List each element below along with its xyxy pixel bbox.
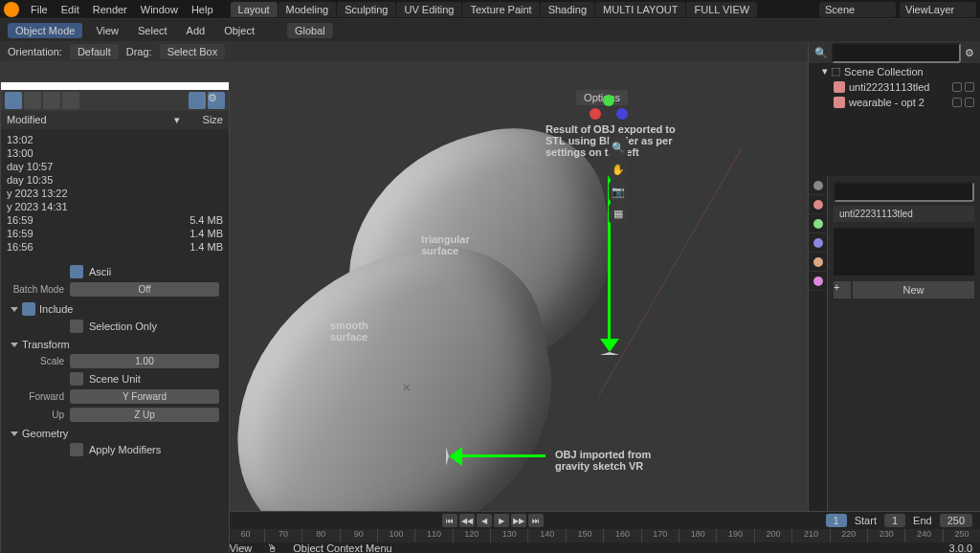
geometry-section[interactable]: Geometry xyxy=(22,428,68,439)
ascii-checkbox[interactable] xyxy=(70,265,83,278)
next-key-icon[interactable]: ▶▶ xyxy=(511,514,526,527)
dialog-titlebar[interactable] xyxy=(1,82,229,90)
filter-icon[interactable]: ⚙ xyxy=(965,47,974,59)
viewlayer-selector[interactable]: ViewLayer xyxy=(900,2,976,17)
col-size[interactable]: Size xyxy=(203,114,223,126)
eye-icon[interactable] xyxy=(952,82,962,92)
view-menu[interactable]: View xyxy=(90,23,124,38)
end-frame[interactable]: 250 xyxy=(940,514,972,527)
add-menu[interactable]: Add xyxy=(181,23,212,38)
nav-gizmo[interactable] xyxy=(590,95,628,133)
ptab-world[interactable] xyxy=(809,253,828,272)
skip-end-icon[interactable]: ⏭ xyxy=(528,514,544,527)
menu-edit[interactable]: Edit xyxy=(56,2,85,17)
ptab-obj[interactable] xyxy=(809,272,828,291)
ws-sculpting[interactable]: Sculpting xyxy=(337,2,395,17)
pan-icon[interactable]: ✋ xyxy=(609,160,628,179)
props-obj[interactable]: unti22231113tled xyxy=(834,206,974,222)
scene-selector[interactable]: Scene xyxy=(819,2,896,17)
batch-mode[interactable]: Off xyxy=(70,282,219,297)
workspace-tabs: Layout Modeling Sculpting UV Editing Tex… xyxy=(231,2,758,17)
menu-render[interactable]: Render xyxy=(87,2,133,17)
sceneunit-checkbox[interactable] xyxy=(70,372,83,386)
persp-icon[interactable]: ▦ xyxy=(609,204,628,223)
up-field[interactable]: Z Up xyxy=(70,408,219,422)
up-label: Up xyxy=(11,409,64,420)
render-icon[interactable] xyxy=(965,98,974,107)
forward-field[interactable]: Y Forward xyxy=(70,389,219,404)
ptab-render[interactable] xyxy=(809,176,828,195)
search-icon[interactable]: 🔍 xyxy=(814,47,828,59)
gizmo-x[interactable] xyxy=(590,108,601,120)
outliner: 🔍 ⚙ ▾ ⬚ Scene Collection unti22231113tle… xyxy=(809,42,980,176)
outliner-search[interactable] xyxy=(832,43,961,63)
include-section[interactable]: Include xyxy=(39,303,73,315)
status-ctx: Object Context Menu xyxy=(293,542,391,553)
render-icon[interactable] xyxy=(965,82,974,92)
drag-value[interactable]: Select Box xyxy=(160,44,226,59)
prev-key-icon[interactable]: ◀◀ xyxy=(459,514,475,527)
file-list[interactable]: 13:02 13:00 day 10:57 day 10:35 y 2023 1… xyxy=(1,129,229,257)
current-frame[interactable]: 1 xyxy=(826,514,847,527)
gear-icon[interactable]: ⚙ xyxy=(208,92,225,109)
ptab-view[interactable] xyxy=(809,214,828,233)
view-grid-icon[interactable] xyxy=(43,92,60,109)
ws-uv[interactable]: UV Editing xyxy=(396,2,461,17)
mat-add[interactable]: + xyxy=(834,281,851,299)
scale-field[interactable]: 1.00 xyxy=(70,354,219,368)
play-rev-icon[interactable]: ◀ xyxy=(477,514,492,527)
menu-file[interactable]: File xyxy=(25,2,54,17)
transform-section[interactable]: Transform xyxy=(22,339,70,350)
batch-label: Batch Mode xyxy=(11,284,64,295)
menu-help[interactable]: Help xyxy=(186,2,219,17)
start-frame[interactable]: 1 xyxy=(884,514,905,527)
ptab-scene[interactable] xyxy=(809,233,828,253)
ws-multi[interactable]: MULTI LAYOUT xyxy=(595,2,685,17)
include-check[interactable] xyxy=(22,302,35,316)
gizmo-z[interactable] xyxy=(616,108,628,120)
camera-icon[interactable]: 📷 xyxy=(609,182,628,201)
ws-texpaint[interactable]: Texture Paint xyxy=(462,2,539,17)
ascii-label: Ascii xyxy=(89,266,111,277)
transform-orient[interactable]: Global xyxy=(287,23,333,38)
eye-icon[interactable] xyxy=(952,98,962,107)
start-label: Start xyxy=(855,515,877,526)
sort-icon[interactable] xyxy=(62,92,79,109)
arrow-head xyxy=(600,339,619,355)
sceneunit-label: Scene Unit xyxy=(89,373,141,385)
selonly-checkbox[interactable] xyxy=(70,320,83,333)
orient-value[interactable]: Default xyxy=(70,44,119,59)
zoom-icon[interactable]: 🔍 xyxy=(609,138,628,157)
ws-layout[interactable]: Layout xyxy=(231,2,278,17)
ptab-output[interactable] xyxy=(809,195,828,214)
outliner-collection[interactable]: ▾ ⬚ Scene Collection xyxy=(809,63,980,79)
gizmo-y[interactable] xyxy=(603,95,614,106)
scale-label: Scale xyxy=(11,356,64,366)
menu-window[interactable]: Window xyxy=(135,2,184,17)
mode-selector[interactable]: Object Mode xyxy=(8,23,82,38)
arrow-head xyxy=(446,447,462,466)
outliner-obj1: unti22231113tled xyxy=(849,81,929,93)
props-search[interactable] xyxy=(834,182,974,202)
filter-icon[interactable] xyxy=(189,92,206,109)
ws-shading[interactable]: Shading xyxy=(541,2,594,17)
outliner-item[interactable]: wearable - opt 2 xyxy=(809,95,980,110)
selonly-label: Selection Only xyxy=(89,321,157,332)
object-menu[interactable]: Object xyxy=(218,23,260,38)
select-menu[interactable]: Select xyxy=(132,23,173,38)
applymod-checkbox[interactable] xyxy=(70,443,83,456)
outliner-item[interactable]: unti22231113tled xyxy=(809,79,980,95)
view-list-icon[interactable] xyxy=(5,92,22,109)
ws-modeling[interactable]: Modeling xyxy=(278,2,337,17)
orient-label: Orientation: xyxy=(8,46,62,57)
skip-start-icon[interactable]: ⏮ xyxy=(442,514,457,527)
collection-icon: ▾ ⬚ xyxy=(822,65,840,77)
applymod-label: Apply Modifiers xyxy=(89,444,161,455)
new-material[interactable]: New xyxy=(853,281,974,299)
ws-full[interactable]: FULL VIEW xyxy=(686,2,757,17)
viewport-subbar: Object Mode View Select Add Object Globa… xyxy=(0,19,980,42)
export-dialog: ⚙ Modified ▾ Size 13:02 13:00 day 10:57 … xyxy=(0,81,230,553)
play-icon[interactable]: ▶ xyxy=(494,514,509,527)
col-modified[interactable]: Modified xyxy=(7,114,155,126)
view-thumb-icon[interactable] xyxy=(24,92,41,109)
